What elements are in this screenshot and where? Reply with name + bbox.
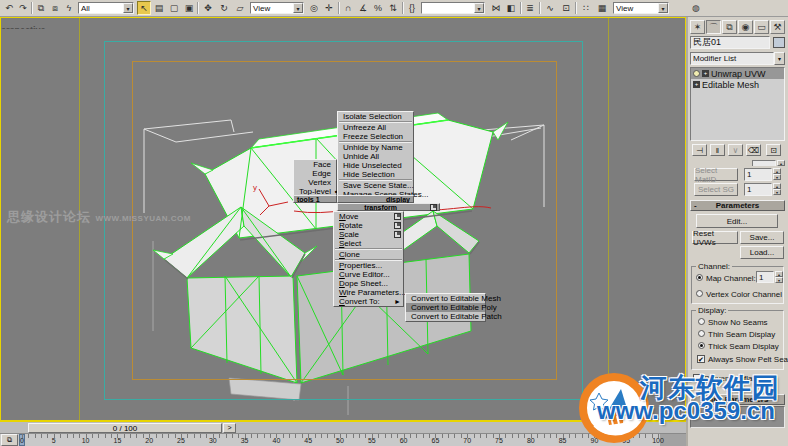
menu-item-edge[interactable]: Edge: [294, 169, 336, 178]
menu-item-unhide-all[interactable]: Unhide All: [338, 152, 413, 161]
quad-settings-icon[interactable]: [430, 204, 437, 211]
menu-item-clone[interactable]: Clone: [334, 250, 403, 259]
pin-stack-button[interactable]: ⊣: [692, 144, 707, 156]
spinner-down[interactable]: ▾: [773, 189, 781, 195]
modifier-icon[interactable]: +: [702, 70, 709, 77]
map-parameters-rollout[interactable]: Map Parameters: [690, 394, 785, 405]
save-button[interactable]: Save...: [740, 231, 784, 244]
rotate-settings-icon[interactable]: [394, 222, 401, 229]
render-preset-dropdown[interactable]: View▾: [613, 2, 669, 14]
thick-seam-radio[interactable]: [698, 342, 705, 349]
stack-item-unwrap-uvw[interactable]: + Unwrap UVW: [691, 68, 784, 79]
snap-toggle-icon[interactable]: ∩: [341, 1, 355, 15]
schematic-view-icon[interactable]: ⊡: [559, 1, 573, 15]
load-button[interactable]: Load...: [740, 246, 784, 259]
move-settings-icon[interactable]: [394, 213, 401, 220]
parameters-rollout[interactable]: -Parameters: [690, 200, 785, 211]
menu-item-wire-parameters[interactable]: Wire Parameters...: [334, 288, 403, 297]
layer-manager-icon[interactable]: ≣: [523, 1, 537, 15]
tab-utilities[interactable]: ⚒: [770, 20, 785, 34]
chevron-down-icon[interactable]: ▾: [293, 3, 303, 13]
spinner-snap-icon[interactable]: ⇅: [386, 1, 400, 15]
mirror-icon[interactable]: ⋈: [489, 1, 503, 15]
thin-seam-radio[interactable]: [698, 330, 705, 337]
select-and-move-icon[interactable]: ✥: [201, 1, 215, 15]
viewport-label[interactable]: Perspective: [1, 19, 53, 29]
quick-render-icon[interactable]: ◍: [689, 1, 703, 15]
modifier-stack[interactable]: + Unwrap UVW + Editable Mesh: [690, 67, 785, 141]
menu-item-scale[interactable]: Scale: [334, 230, 403, 239]
edit-button[interactable]: Edit...: [696, 214, 778, 228]
spinner-down[interactable]: ▾: [773, 174, 781, 180]
tab-modify[interactable]: ⌒: [706, 20, 721, 34]
menu-item-convert-editable-mesh[interactable]: Convert to Editable Mesh: [406, 294, 485, 303]
select-and-link-icon[interactable]: ⧉: [34, 1, 48, 15]
menu-item-dope-sheet[interactable]: Dope Sheet...: [334, 279, 403, 288]
remove-modifier-button[interactable]: ⌫: [746, 144, 761, 156]
select-and-scale-icon[interactable]: ▱: [233, 1, 247, 15]
object-name-field[interactable]: 民居01: [690, 36, 770, 49]
unlink-selection-icon[interactable]: ⧈: [48, 1, 62, 15]
window-crossing-icon[interactable]: ▣: [182, 1, 196, 15]
menu-item-convert-editable-poly[interactable]: Convert to Editable Poly: [406, 303, 485, 312]
menu-item-vertex[interactable]: Vertex: [294, 178, 336, 187]
edit-named-selection-sets-icon[interactable]: {}: [405, 1, 419, 15]
map-channel-radio[interactable]: [696, 274, 703, 281]
tab-create[interactable]: ✶: [690, 20, 705, 34]
chevron-down-icon[interactable]: ▾: [658, 3, 668, 13]
menu-item-unhide-by-name[interactable]: Unhide by Name: [338, 143, 413, 152]
map-channel-value[interactable]: 1: [756, 271, 774, 283]
show-no-seams-radio[interactable]: [698, 318, 705, 325]
vertex-color-radio[interactable]: [696, 290, 703, 297]
chevron-down-icon[interactable]: ▾: [474, 3, 484, 13]
sg-value-field[interactable]: 1: [744, 183, 772, 196]
menu-item-face[interactable]: Face: [294, 160, 336, 169]
percent-snap-icon[interactable]: %: [371, 1, 385, 15]
menu-item-select[interactable]: Select: [334, 239, 403, 248]
select-sg-button[interactable]: Select SG: [694, 183, 738, 196]
select-and-rotate-icon[interactable]: ↻: [217, 1, 231, 15]
make-unique-button[interactable]: ∨: [728, 144, 743, 156]
configure-stack-button[interactable]: ⊡: [766, 144, 781, 156]
modifier-list-arrow[interactable]: ▾: [774, 52, 785, 65]
mini-curve-editor-button[interactable]: ⧉: [1, 434, 18, 446]
scale-settings-icon[interactable]: [394, 231, 401, 238]
reference-coordinate-dropdown[interactable]: View▾: [250, 2, 304, 14]
tab-motion[interactable]: ◉: [738, 20, 753, 34]
lightbulb-icon[interactable]: [693, 70, 700, 77]
modifier-list-dropdown[interactable]: Modifier List: [690, 52, 774, 65]
render-setup-icon[interactable]: ▦: [595, 1, 609, 15]
curve-editor-icon[interactable]: ∿: [543, 1, 557, 15]
material-editor-icon[interactable]: ∷: [579, 1, 593, 15]
spinner-down[interactable]: ▾: [775, 277, 783, 283]
selection-region-icon[interactable]: ▢: [167, 1, 181, 15]
menu-item-isolate-selection[interactable]: Isolate Selection: [338, 112, 413, 121]
selection-filter-dropdown[interactable]: All▾: [78, 2, 134, 14]
menu-item-save-scene-state[interactable]: Save Scene State...: [338, 181, 413, 190]
menu-item-rotate[interactable]: Rotate: [334, 221, 403, 230]
pelt-seam-checkbox[interactable]: ✔: [697, 355, 705, 363]
select-object-icon[interactable]: ↖: [137, 1, 151, 15]
align-icon[interactable]: ◧: [504, 1, 518, 15]
modifier-icon[interactable]: +: [693, 81, 700, 88]
menu-item-move[interactable]: Move: [334, 212, 403, 221]
menu-item-unfreeze-all[interactable]: Unfreeze All: [338, 123, 413, 132]
reset-uvws-button[interactable]: Reset UVWs: [692, 231, 738, 244]
named-selection-sets-dropdown[interactable]: ▾: [421, 2, 485, 14]
menu-item-hide-unselected[interactable]: Hide Unselected: [338, 161, 413, 170]
next-frame-button[interactable]: >: [223, 423, 236, 433]
object-color-swatch[interactable]: [773, 37, 785, 48]
show-end-result-button[interactable]: ‖: [710, 144, 725, 156]
menu-item-hide-selection[interactable]: Hide Selection: [338, 170, 413, 179]
menu-item-convert-to[interactable]: Convert To:►: [334, 297, 403, 306]
stack-item-editable-mesh[interactable]: + Editable Mesh: [691, 79, 784, 90]
tab-hierarchy[interactable]: ⧉: [722, 20, 737, 34]
chevron-down-icon[interactable]: ▾: [123, 3, 133, 13]
menu-item-curve-editor[interactable]: Curve Editor...: [334, 270, 403, 279]
redo-icon[interactable]: ↷: [16, 1, 30, 15]
select-by-name-icon[interactable]: ▤: [152, 1, 166, 15]
menu-item-freeze-selection[interactable]: Freeze Selection: [338, 132, 413, 141]
tab-display[interactable]: ▭: [754, 20, 769, 34]
use-pivot-center-icon[interactable]: ◎: [307, 1, 321, 15]
menu-item-convert-editable-patch[interactable]: Convert to Editable Patch: [406, 312, 485, 321]
